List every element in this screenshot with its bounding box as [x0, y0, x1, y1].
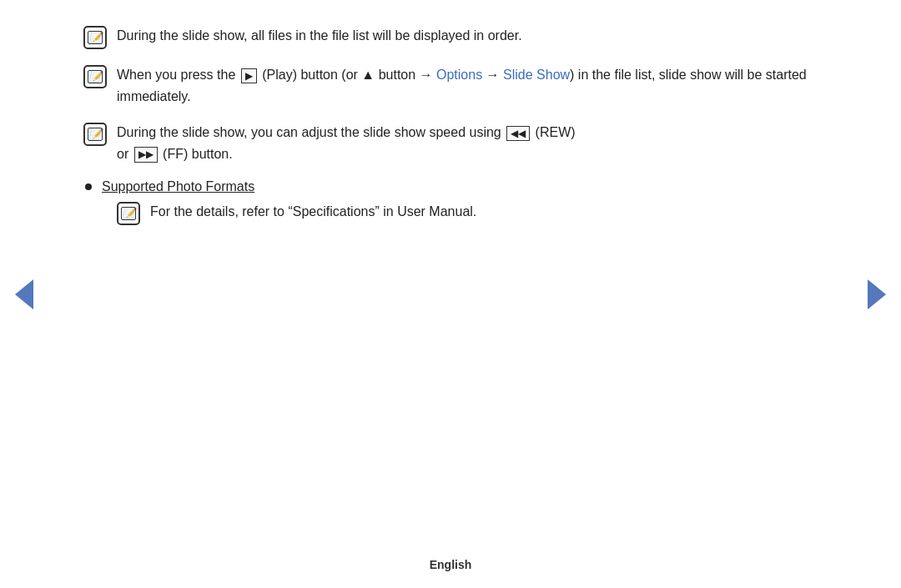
sub-note-item: 📝 For the details, refer to “Specificati…	[117, 201, 818, 225]
note-text-3: During the slide show, you can adjust th…	[117, 122, 818, 164]
note-text-content-1: During the slide show, all files in the …	[117, 28, 522, 43]
bullet-title: Supported Photo Formats	[102, 179, 254, 194]
options-link: Options	[436, 68, 482, 82]
bullet-dot	[85, 183, 92, 190]
sub-note-text: For the details, refer to “Specification…	[150, 201, 818, 223]
note-item-1: 📝 During the slide show, all files in th…	[83, 25, 818, 49]
slideshow-link: Slide Show	[503, 68, 570, 82]
nav-left-button[interactable]	[15, 279, 33, 309]
sub-note-icon: 📝	[117, 202, 140, 225]
note-icon-symbol: 📝	[88, 31, 102, 44]
language-label: English	[430, 558, 472, 571]
bullet-section: Supported Photo Formats 📝 For the detail…	[83, 179, 818, 225]
bullet-header: Supported Photo Formats	[83, 179, 818, 194]
note-icon-1: 📝	[83, 26, 107, 49]
right-arrow-icon	[868, 279, 886, 309]
play-button-icon: ▶	[241, 68, 257, 83]
ff-button-icon: ▶▶	[134, 147, 158, 162]
note-icon-symbol-2: 📝	[88, 70, 102, 83]
note-text-1: During the slide show, all files in the …	[117, 25, 818, 47]
note-icon-3: 📝	[83, 123, 107, 146]
rew-button-icon: ◀◀	[506, 126, 530, 141]
note-icon-symbol-3: 📝	[88, 128, 102, 141]
note-icon-2: 📝	[83, 65, 107, 88]
nav-right-button[interactable]	[868, 279, 886, 309]
main-content: 📝 During the slide show, all files in th…	[0, 0, 901, 290]
note-text-2: When you press the ▶ (Play) button (or ▲…	[117, 64, 818, 107]
note-item-3: 📝 During the slide show, you can adjust …	[83, 122, 818, 164]
footer-language: English	[430, 558, 472, 571]
note-item-2: 📝 When you press the ▶ (Play) button (or…	[83, 64, 818, 107]
left-arrow-icon	[15, 279, 33, 309]
sub-note-icon-symbol: 📝	[122, 207, 135, 220]
